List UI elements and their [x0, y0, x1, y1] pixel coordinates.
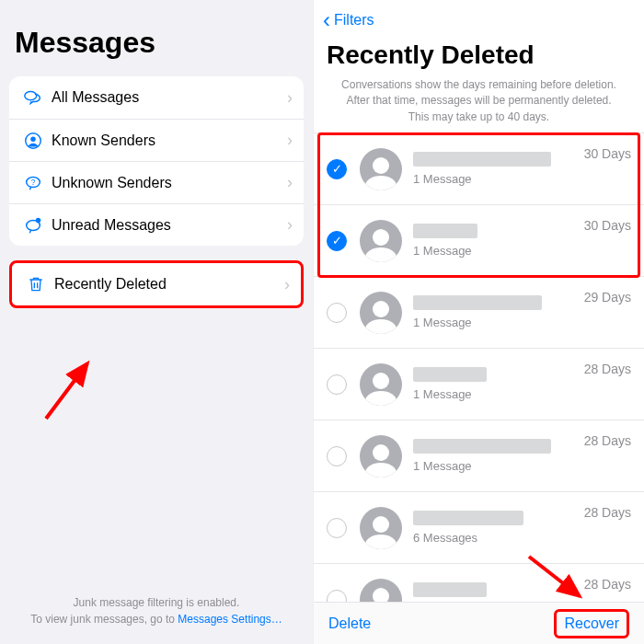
- message-count: 1 Message: [413, 244, 577, 258]
- days-remaining: 28 Days: [584, 577, 631, 592]
- filter-label: Unknown Senders: [52, 175, 287, 191]
- days-remaining: 28 Days: [584, 433, 631, 448]
- days-remaining: 29 Days: [584, 290, 631, 305]
- redacted-name: [413, 367, 487, 382]
- redacted-name: [413, 152, 551, 167]
- person-circle-icon: [20, 131, 46, 151]
- speech-bubbles-icon: [20, 87, 46, 108]
- chevron-right-icon: ›: [287, 173, 293, 192]
- list-item[interactable]: ✓1 Message30 Days: [314, 204, 644, 276]
- filter-all-messages[interactable]: All Messages ›: [9, 76, 304, 119]
- filter-label: Unread Messages: [52, 217, 287, 234]
- redacted-name: [413, 511, 523, 525]
- list-item[interactable]: 1 Message28 Days: [314, 563, 644, 602]
- filter-unknown-senders[interactable]: ? Unknown Senders ›: [9, 161, 304, 203]
- redacted-name: [413, 582, 487, 597]
- chevron-right-icon: ›: [284, 275, 290, 294]
- page-title: Recently Deleted: [327, 40, 631, 70]
- avatar: [360, 435, 402, 477]
- annotation-arrow-icon: [37, 350, 101, 423]
- delete-button[interactable]: Delete: [328, 615, 371, 632]
- footer-note: Junk message filtering is enabled. To vi…: [0, 594, 313, 627]
- question-bubble-icon: ?: [20, 173, 46, 193]
- chevron-right-icon: ›: [287, 88, 293, 108]
- selection-check[interactable]: ✓: [327, 231, 347, 251]
- message-count: 1 Message: [413, 316, 577, 329]
- trash-icon: [23, 275, 49, 293]
- message-count: 1 Message: [413, 459, 577, 473]
- chevron-right-icon: ›: [287, 215, 293, 235]
- selection-check[interactable]: [327, 303, 347, 323]
- avatar: [360, 148, 402, 190]
- days-remaining: 30 Days: [584, 146, 631, 161]
- recover-button[interactable]: Recover: [554, 609, 629, 638]
- list-item[interactable]: 1 Message28 Days: [314, 348, 644, 420]
- selection-check[interactable]: [327, 446, 347, 466]
- filter-label: Recently Deleted: [54, 276, 284, 293]
- annotation-arrow-icon: [524, 552, 589, 607]
- info-text: Conversations show the days remaining be…: [314, 77, 644, 132]
- list-item[interactable]: 1 Message28 Days: [314, 420, 644, 491]
- filter-recently-deleted[interactable]: Recently Deleted ›: [12, 263, 301, 305]
- days-remaining: 30 Days: [584, 218, 631, 233]
- avatar: [360, 579, 402, 602]
- svg-point-2: [30, 136, 36, 142]
- days-remaining: 28 Days: [584, 505, 631, 520]
- redacted-name: [413, 295, 542, 310]
- selection-check[interactable]: ✓: [327, 159, 347, 179]
- redacted-name: [413, 224, 477, 238]
- avatar: [360, 220, 402, 262]
- avatar: [360, 292, 402, 334]
- svg-point-6: [36, 217, 41, 223]
- selection-check[interactable]: [327, 590, 347, 602]
- filter-known-senders[interactable]: Known Senders ›: [9, 119, 304, 161]
- redacted-name: [413, 439, 551, 454]
- filter-list: All Messages › Known Senders › ? Unknown…: [9, 76, 304, 246]
- chevron-right-icon: ›: [287, 131, 293, 150]
- avatar: [360, 507, 402, 549]
- list-item[interactable]: 1 Message29 Days: [314, 276, 644, 348]
- svg-point-0: [25, 92, 37, 100]
- selection-check[interactable]: [327, 374, 347, 395]
- deleted-list: ✓1 Message30 Days✓1 Message30 Days1 Mess…: [314, 132, 644, 602]
- toolbar: Delete Recover: [314, 602, 644, 644]
- message-count: 1 Message: [413, 172, 577, 186]
- days-remaining: 28 Days: [584, 362, 631, 376]
- messages-settings-link[interactable]: Messages Settings…: [178, 613, 282, 626]
- page-title: Messages: [15, 26, 298, 60]
- filter-label: Known Senders: [52, 132, 287, 149]
- chevron-left-icon: ‹: [323, 9, 330, 31]
- back-button[interactable]: ‹ Filters: [314, 0, 644, 37]
- list-item[interactable]: 6 Messages28 Days: [314, 491, 644, 563]
- svg-text:?: ?: [31, 178, 36, 186]
- selection-check[interactable]: [327, 518, 347, 538]
- badge-bubble-icon: [20, 215, 46, 236]
- message-count: 1 Message: [413, 387, 577, 401]
- filter-unread-messages[interactable]: Unread Messages ›: [9, 203, 304, 246]
- avatar: [360, 363, 402, 406]
- back-label: Filters: [334, 12, 374, 29]
- list-item[interactable]: ✓1 Message30 Days: [314, 132, 644, 204]
- message-count: 6 Messages: [413, 531, 577, 545]
- recently-deleted-card: Recently Deleted ›: [9, 260, 304, 308]
- filter-label: All Messages: [52, 89, 287, 106]
